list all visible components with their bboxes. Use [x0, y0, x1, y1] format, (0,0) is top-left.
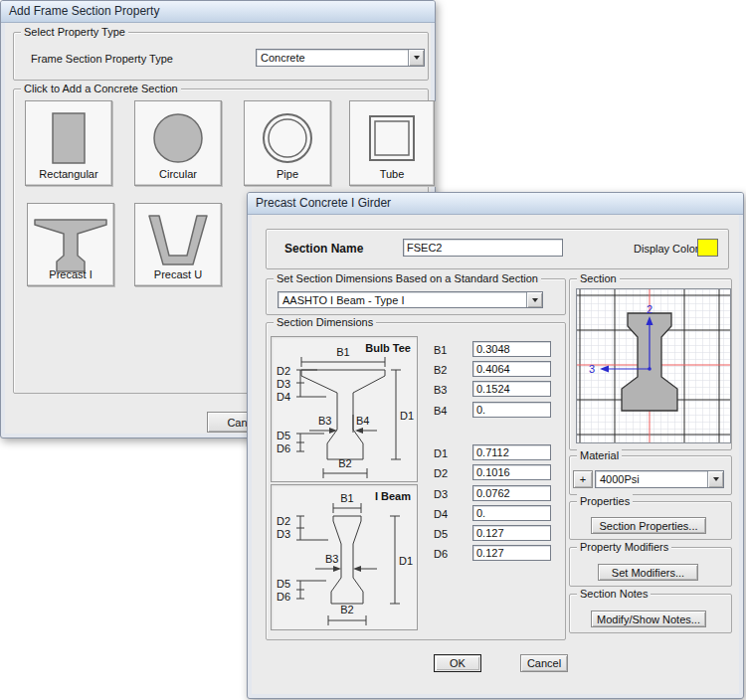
circular-section-button[interactable]: Circular — [134, 100, 222, 186]
dim-b2: B2 — [338, 457, 351, 469]
field-input-d3[interactable] — [472, 485, 551, 501]
axis-3-label: 3 — [589, 363, 595, 375]
frame-section-type-select[interactable]: Concrete — [256, 49, 425, 67]
rectangle-section-icon — [43, 110, 94, 166]
field-label-d1: D1 — [434, 447, 448, 459]
field-label-d6: D6 — [434, 548, 448, 560]
display-color-label: Display Color — [634, 243, 698, 255]
pipe-section-button[interactable]: Pipe — [244, 100, 331, 186]
concrete-section-legend: Click to Add a Concrete Section — [21, 82, 181, 96]
i-beam-diagram: I Beam B1 D2 D3 B3 D1 D5 D6 — [272, 485, 417, 629]
i-beam-title: I Beam — [375, 490, 411, 502]
field-label-b3: B3 — [434, 384, 447, 396]
ok-button[interactable]: OK — [434, 654, 481, 672]
dim-d3: D3 — [277, 378, 290, 390]
dim-d3: D3 — [277, 528, 290, 540]
section-preview-box: 2 3 — [576, 288, 731, 443]
frame-section-type-label: Frame Section Property Type — [31, 53, 173, 65]
dim-b4: B4 — [356, 415, 369, 427]
dim-b1: B1 — [340, 492, 353, 504]
dropdown-arrow-icon[interactable] — [408, 50, 424, 66]
field-label-d5: D5 — [434, 528, 448, 540]
field-input-d4[interactable] — [472, 505, 551, 521]
dim-d6: D6 — [277, 591, 290, 603]
gallery-label: Pipe — [245, 168, 330, 180]
select-property-type-legend: Select Property Type — [21, 25, 128, 40]
precast-i-section-icon — [33, 213, 108, 274]
field-input-b3[interactable] — [472, 381, 551, 397]
i-beam-diagram-panel: I Beam B1 D2 D3 B3 D1 D5 D6 — [271, 484, 418, 630]
pipe-section-icon — [261, 110, 314, 166]
field-input-b2[interactable] — [472, 361, 551, 377]
precast-i-section-button[interactable]: Precast I — [27, 203, 114, 286]
field-label-d4: D4 — [434, 508, 448, 520]
axis-2-label: 2 — [647, 303, 653, 315]
section-dimensions-legend: Section Dimensions — [274, 315, 376, 330]
display-color-swatch[interactable] — [697, 239, 718, 257]
field-label-d2: D2 — [434, 467, 448, 479]
section-name-label: Section Name — [284, 242, 363, 256]
bulb-tee-title: Bulb Tee — [365, 342, 411, 354]
gallery-label: Tube — [350, 168, 434, 180]
field-label-b4: B4 — [434, 405, 447, 417]
section-name-input[interactable] — [403, 239, 563, 257]
bulb-tee-diagram: Bulb Tee B1 D2 D3 D4 B3 B4 D1 — [272, 337, 417, 481]
property-modifiers-legend: Property Modifiers — [577, 540, 671, 555]
tube-section-icon — [365, 110, 419, 166]
rectangular-section-button[interactable]: Rectangular — [25, 100, 112, 186]
add-frame-dialog-titlebar[interactable]: Add Frame Section Property — [1, 1, 435, 23]
standard-section-select[interactable]: AASHTO I Beam - Type I — [278, 291, 543, 308]
cancel-button[interactable]: Cancel — [520, 654, 568, 672]
screen: Add Frame Section Property Select Proper… — [0, 0, 746, 700]
dim-d6: D6 — [277, 442, 290, 454]
properties-legend: Properties — [577, 494, 633, 509]
dropdown-arrow-icon[interactable] — [526, 292, 542, 307]
dim-b1: B1 — [336, 346, 349, 358]
circle-section-icon — [151, 110, 205, 166]
field-label-b1: B1 — [434, 344, 447, 356]
add-material-button[interactable]: + — [573, 470, 593, 488]
section-notes-legend: Section Notes — [577, 587, 651, 602]
field-input-d1[interactable] — [472, 444, 551, 460]
field-input-b4[interactable] — [472, 402, 551, 418]
dropdown-arrow-icon[interactable] — [707, 471, 723, 487]
add-frame-dialog-title: Add Frame Section Property — [9, 4, 159, 18]
gallery-label: Circular — [135, 168, 221, 180]
gallery-label: Precast I — [28, 268, 113, 280]
tube-section-button[interactable]: Tube — [349, 100, 435, 186]
precast-u-section-button[interactable]: Precast U — [134, 203, 222, 286]
field-input-d2[interactable] — [472, 464, 551, 480]
field-label-d3: D3 — [434, 488, 448, 500]
bulb-tee-diagram-panel: Bulb Tee B1 D2 D3 D4 B3 B4 D1 — [271, 336, 418, 482]
field-input-b1[interactable] — [472, 341, 551, 357]
frame-section-type-value: Concrete — [261, 52, 305, 64]
dim-b3: B3 — [325, 553, 338, 565]
set-modifiers-button[interactable]: Set Modifiers... — [598, 564, 698, 581]
dim-d5: D5 — [277, 430, 290, 441]
standard-section-legend: Set Section Dimensions Based on a Standa… — [274, 271, 541, 286]
precast-girder-dialog: Precast Concrete I Girder Section Name D… — [247, 192, 744, 699]
dim-d1: D1 — [400, 410, 414, 422]
section-preview-legend: Section — [577, 271, 620, 286]
gallery-label: Precast U — [135, 268, 221, 280]
bulb-tee-outline — [301, 370, 385, 459]
modify-show-notes-button[interactable]: Modify/Show Notes... — [591, 611, 706, 627]
dim-d2: D2 — [277, 365, 290, 377]
section-properties-button[interactable]: Section Properties... — [591, 517, 706, 534]
material-value: 4000Psi — [600, 473, 640, 485]
dim-d5: D5 — [277, 578, 290, 590]
field-input-d5[interactable] — [472, 525, 551, 541]
girder-dialog-title: Precast Concrete I Girder — [256, 196, 391, 210]
section-preview-plot: 2 3 — [577, 289, 730, 442]
dim-b2: B2 — [340, 604, 353, 615]
field-label-b2: B2 — [434, 364, 447, 376]
material-select[interactable]: 4000Psi — [595, 470, 724, 488]
field-input-d6[interactable] — [472, 545, 551, 561]
dim-b3: B3 — [318, 415, 331, 427]
standard-section-value: AASHTO I Beam - Type I — [282, 294, 404, 306]
dim-d4: D4 — [277, 391, 290, 403]
gallery-label: Rectangular — [26, 168, 111, 180]
girder-dialog-titlebar[interactable]: Precast Concrete I Girder — [248, 193, 743, 215]
material-legend: Material — [577, 448, 622, 463]
dim-d2: D2 — [277, 515, 290, 527]
